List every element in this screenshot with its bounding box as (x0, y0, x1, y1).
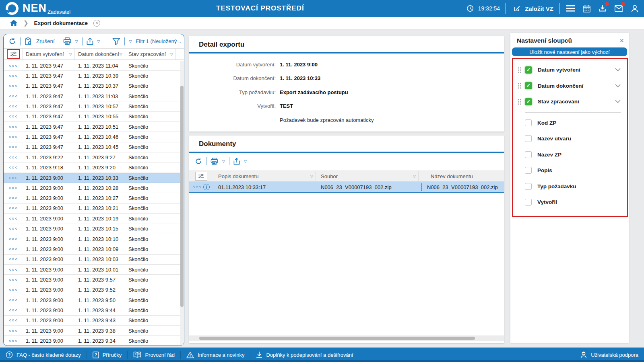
row-actions-icon[interactable] (193, 186, 201, 188)
checkbox-unchecked-icon[interactable] (525, 167, 532, 174)
save-default-button[interactable]: Uložit nové nastavení jako výchozí (512, 47, 627, 56)
vertical-scrollbar[interactable] (180, 61, 184, 346)
checkbox-unchecked-icon[interactable] (525, 199, 532, 206)
export-dropdown-icon[interactable]: ▽ (97, 39, 100, 43)
active-filter-label[interactable]: Filtr 1 (Neuložený ... (136, 38, 181, 44)
export-table-row[interactable]: 1. 11. 2023 9:47 1. 11. 2023 11:03 Skonč… (4, 91, 180, 101)
export-table-row[interactable]: 1. 11. 2023 9:47 1. 11. 2023 10:57 Skonč… (4, 101, 180, 111)
export-table-row[interactable]: 1. 11. 2023 9:47 1. 11. 2023 10:37 Skonč… (4, 81, 180, 91)
row-actions-icon[interactable] (9, 309, 17, 311)
export-table-row[interactable]: 1. 11. 2023 9:00 1. 11. 2023 10:03 Skonč… (4, 255, 180, 265)
column-header-finished[interactable]: Datum dokončení ▽ (75, 49, 125, 60)
filter-triangle-icon[interactable]: ▽ (310, 174, 313, 178)
cancel-icon[interactable] (25, 37, 32, 45)
row-actions-icon[interactable] (9, 228, 17, 230)
filter-triangle-icon[interactable]: ▽ (120, 52, 122, 56)
refresh-icon[interactable] (8, 37, 16, 45)
column-toggle-item[interactable]: ✓ Datum dokončení (513, 78, 627, 94)
refresh-icon[interactable] (195, 158, 202, 165)
chevron-down-icon[interactable] (615, 84, 621, 88)
row-actions-icon[interactable] (9, 248, 17, 250)
row-actions-icon[interactable] (9, 238, 17, 240)
column-header-soubor[interactable]: Soubor ▽ (316, 171, 419, 181)
filter-triangle-icon[interactable]: ▽ (170, 52, 173, 56)
row-actions-icon[interactable] (9, 299, 17, 301)
scrollbar-thumb[interactable] (180, 86, 184, 307)
mail-icon[interactable] (613, 3, 624, 14)
row-actions-icon[interactable] (9, 75, 17, 77)
drag-handle-icon[interactable] (518, 82, 522, 89)
export-table-row[interactable]: 1. 11. 2023 9:00 1. 11. 2023 9:34 Skonči… (4, 336, 180, 346)
row-actions-icon[interactable] (9, 126, 17, 128)
column-toggle-item[interactable]: Název útvaru (513, 131, 627, 147)
filter-triangle-icon[interactable]: ▽ (69, 52, 72, 56)
footer-faq-link[interactable]: ? FAQ - často kladené dotazy (6, 351, 81, 358)
row-actions-icon[interactable] (9, 258, 17, 260)
column-toggle-item[interactable]: Vytvořil (513, 194, 627, 210)
export-table-row[interactable]: 1. 11. 2023 9:00 1. 11. 2023 10:21 Skonč… (4, 204, 180, 214)
row-actions-icon[interactable] (9, 156, 17, 158)
export-table-row[interactable]: 1. 11. 2023 9:00 1. 11. 2023 9:38 Skonči… (4, 326, 180, 336)
export-dropdown-icon[interactable]: ▽ (244, 159, 247, 163)
filter-triangle-icon[interactable]: ▽ (413, 174, 416, 178)
filter-icon[interactable] (112, 38, 120, 45)
downloads-icon[interactable] (597, 3, 608, 14)
footer-addons-link[interactable]: Doplňky k podepisování a dešifrování (256, 352, 353, 358)
export-table-row[interactable]: 1. 11. 2023 9:00 1. 11. 2023 10:15 Skonč… (4, 224, 180, 234)
row-actions-icon[interactable] (9, 207, 17, 209)
export-table-row[interactable]: 1. 11. 2023 9:00 1. 11. 2023 10:28 Skonč… (4, 183, 180, 193)
column-toggle-item[interactable]: ✓ Datum vytvoření (513, 62, 627, 78)
footer-manuals-link[interactable]: ? Příručky (93, 352, 122, 358)
column-toggle-item[interactable]: Typ požadavku (513, 179, 627, 195)
home-icon[interactable] (10, 19, 18, 27)
export-table-row[interactable]: 1. 11. 2023 9:00 1. 11. 2023 9:52 Skonči… (4, 285, 180, 295)
create-vz-button[interactable]: Založit VZ (512, 3, 553, 14)
drag-handle-icon[interactable] (518, 99, 522, 105)
column-header-status[interactable]: Stav zpracování ▽ (125, 49, 176, 60)
export-table-row[interactable]: 1. 11. 2023 9:00 1. 11. 2023 10:09 Skonč… (4, 244, 180, 254)
export-table-row[interactable]: 1. 11. 2023 9:18 1. 11. 2023 9:20 Skonči… (4, 162, 180, 173)
column-toggle-item[interactable]: Název ZP (513, 147, 627, 163)
row-actions-icon[interactable] (9, 136, 17, 138)
row-actions-icon[interactable] (9, 187, 17, 189)
row-actions-icon[interactable] (9, 167, 17, 169)
print-dropdown-icon[interactable]: ▽ (222, 159, 225, 163)
chevron-down-icon[interactable] (615, 100, 621, 103)
column-resize-handle[interactable] (421, 183, 422, 191)
export-table-row[interactable]: 1. 11. 2023 9:47 1. 11. 2023 11:04 Skonč… (4, 61, 180, 71)
column-toggle-item[interactable]: ✓ Stav zpracování (513, 94, 627, 110)
export-table-row[interactable]: 1. 11. 2023 9:00 1. 11. 2023 9:50 Skonči… (4, 295, 180, 305)
document-row[interactable]: i 01.11.2023 10:33:17 N006_23_V00007193_… (189, 182, 504, 193)
calendar-icon[interactable] (581, 3, 592, 14)
column-settings-button[interactable] (7, 49, 20, 59)
export-table-row[interactable]: 1. 11. 2023 9:00 1. 11. 2023 10:33 Skonč… (4, 173, 180, 183)
row-actions-icon[interactable] (9, 146, 17, 148)
export-table-row[interactable]: 1. 11. 2023 9:00 1. 11. 2023 10:27 Skonč… (4, 193, 180, 203)
close-icon[interactable]: × (619, 37, 624, 44)
user-icon[interactable] (630, 3, 640, 14)
chevron-down-icon[interactable] (615, 68, 621, 72)
export-table-row[interactable]: 1. 11. 2023 9:47 1. 11. 2023 10:55 Skonč… (4, 112, 180, 122)
export-table-row[interactable]: 1. 11. 2023 9:47 1. 11. 2023 10:46 Skonč… (4, 132, 180, 142)
row-actions-icon[interactable] (9, 85, 17, 87)
menu-icon[interactable] (565, 3, 576, 14)
export-icon[interactable] (87, 37, 93, 45)
filter-dropdown-icon[interactable]: ▽ (129, 39, 132, 43)
export-table-row[interactable]: 1. 11. 2023 9:00 1. 11. 2023 9:57 Skonči… (4, 275, 180, 285)
export-table-row[interactable]: 1. 11. 2023 9:00 1. 11. 2023 10:19 Skonč… (4, 214, 180, 224)
export-table-row[interactable]: 1. 11. 2023 9:00 1. 11. 2023 9:44 Skonči… (4, 305, 180, 315)
checkbox-unchecked-icon[interactable] (525, 119, 532, 126)
row-actions-icon[interactable] (9, 95, 17, 97)
footer-news-link[interactable]: Informace a novinky (186, 352, 244, 358)
row-actions-icon[interactable] (9, 289, 17, 291)
drag-handle-icon[interactable] (518, 67, 522, 73)
breadcrumb-item[interactable]: Export dokumentace (34, 20, 88, 26)
column-settings-button[interactable] (195, 172, 207, 181)
column-toggle-item[interactable]: Kod ZP (513, 115, 627, 131)
export-icon[interactable] (233, 158, 240, 165)
column-toggle-item[interactable]: Popis (513, 162, 627, 179)
cancel-button[interactable]: Zrušení (36, 38, 55, 44)
column-header-nazev[interactable]: Název dokumentu (419, 171, 504, 181)
print-dropdown-icon[interactable]: ▽ (75, 39, 78, 43)
info-icon[interactable]: i (203, 184, 210, 190)
